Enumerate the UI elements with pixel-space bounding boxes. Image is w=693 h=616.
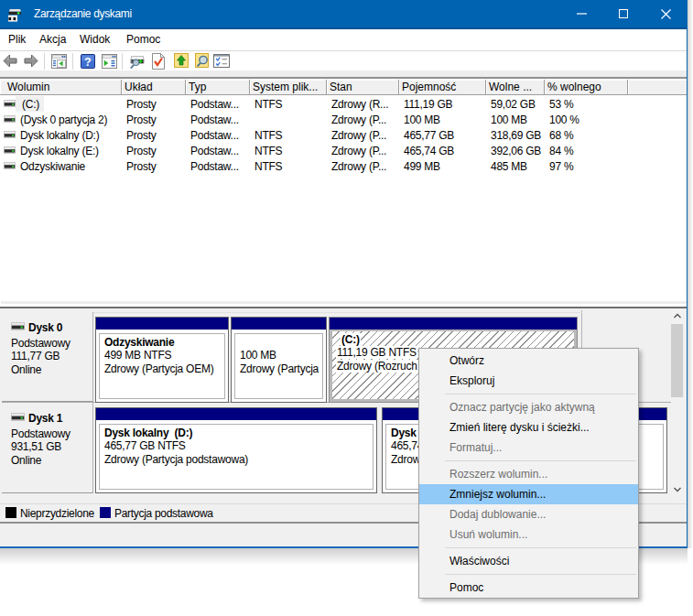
svg-text:?: ? (84, 56, 91, 69)
